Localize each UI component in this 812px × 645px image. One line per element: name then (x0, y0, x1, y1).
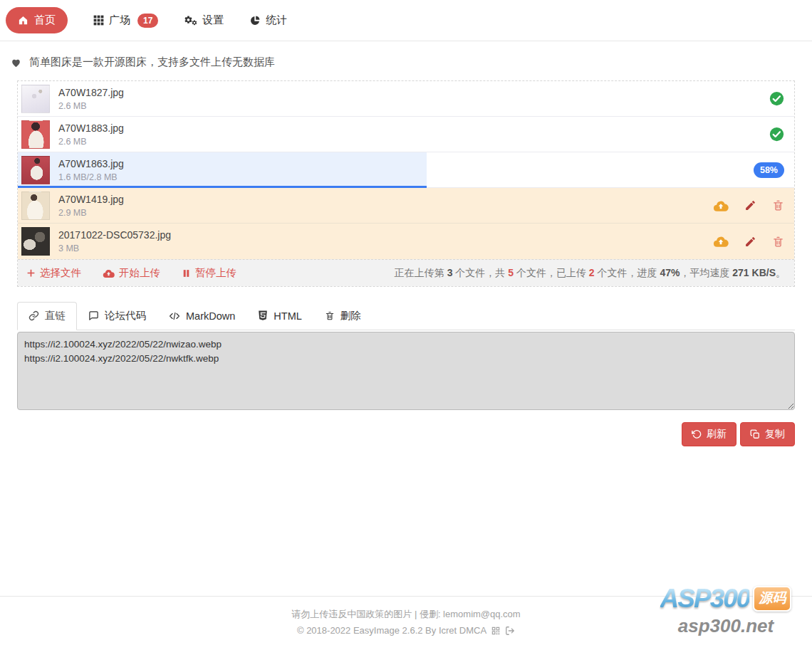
output-tabs: 直链 论坛代码 MarkDown HTML 删除 (17, 302, 795, 330)
refresh-label: 刷新 (707, 428, 727, 441)
file-name: A70W1883.jpg (58, 122, 124, 135)
nav-settings-button[interactable]: 设置 (184, 14, 224, 27)
check-circle-icon (769, 91, 784, 106)
gears-icon (184, 15, 197, 26)
cloud-upload-icon (103, 268, 115, 278)
file-row-uploading: A70W1863.jpg 1.6 MB/2.8 MB 58% (18, 152, 794, 188)
trash-icon (772, 236, 784, 248)
file-name: A70W1419.jpg (58, 193, 124, 206)
code-icon (169, 311, 180, 321)
tab-forum-code-label: 论坛代码 (105, 309, 146, 322)
html5-icon (258, 310, 268, 321)
sign-out-icon[interactable] (505, 626, 515, 636)
comment-icon (88, 310, 99, 321)
refresh-button[interactable]: 刷新 (682, 422, 736, 446)
edit-file-button[interactable] (744, 236, 756, 248)
file-size: 2.9 MB (58, 207, 124, 219)
links-textarea[interactable]: https://i2.100024.xyz/2022/05/22/nwizao.… (17, 332, 795, 410)
link-icon (28, 310, 39, 321)
cloud-upload-icon (713, 235, 729, 248)
file-name: A70W1863.jpg (58, 157, 124, 170)
check-circle-icon (769, 127, 784, 142)
navbar: 首页 广场 17 设置 统计 (0, 0, 812, 41)
home-icon (18, 15, 28, 26)
file-row: A70W1827.jpg 2.6 MB (18, 81, 794, 117)
output-panel: https://i2.100024.xyz/2022/05/22/nwizao.… (17, 332, 795, 413)
pause-icon (182, 268, 191, 278)
upload-status-text: 正在上传第 3 个文件，共 5 个文件，已上传 2 个文件，进度 47%，平均速… (395, 267, 786, 280)
nav-home-label: 首页 (34, 14, 56, 27)
file-thumbnail (21, 85, 50, 113)
status-progress: 47% (660, 267, 680, 278)
file-row: A70W1883.jpg 2.6 MB (18, 117, 794, 152)
refresh-icon (692, 429, 702, 439)
trash-icon (772, 199, 784, 211)
trash-icon (325, 310, 335, 321)
footer-copyright: © 2018-2022 EasyImage 2.6.2 By Icret DMC… (297, 625, 486, 636)
copy-button[interactable]: 复制 (740, 422, 795, 446)
output-actions: 刷新 复制 (17, 422, 795, 446)
pie-chart-icon (249, 15, 261, 26)
status-done-files: 2 (589, 267, 595, 278)
nav-stats-label: 统计 (266, 14, 287, 27)
file-size: 2.6 MB (58, 100, 124, 112)
choose-files-label: 选择文件 (40, 266, 81, 280)
tab-direct-link[interactable]: 直链 (17, 302, 77, 330)
start-upload-button[interactable]: 开始上传 (103, 266, 160, 280)
file-name: 20171022-DSC05732.jpg (58, 229, 171, 241)
copy-icon (750, 429, 760, 439)
copy-label: 复制 (765, 428, 785, 441)
tab-html-label: HTML (274, 310, 301, 322)
pause-upload-button[interactable]: 暂停上传 (182, 266, 236, 280)
pencil-icon (744, 199, 756, 211)
choose-files-button[interactable]: 选择文件 (26, 266, 81, 280)
uploader-toolbar: 选择文件 开始上传 暂停上传 正在上传第 3 个文件，共 5 个文件，已上传 2… (18, 259, 794, 286)
status-speed: 271 KB/S (732, 267, 776, 278)
file-row-pending: A70W1419.jpg 2.9 MB (18, 188, 794, 224)
tab-delete-label: 删除 (340, 309, 361, 322)
edit-file-button[interactable] (744, 199, 756, 211)
start-upload-label: 开始上传 (119, 266, 160, 280)
file-name: A70W1827.jpg (58, 86, 124, 99)
intro-line: 简单图床是一款开源图床，支持多文件上传无数据库 (10, 56, 812, 69)
nav-home-button[interactable]: 首页 (6, 7, 68, 33)
grid-icon (93, 15, 104, 26)
qrcode-icon[interactable] (491, 626, 501, 636)
nav-stats-button[interactable]: 统计 (249, 14, 287, 27)
cloud-upload-icon (713, 199, 729, 212)
file-size: 1.6 MB/2.8 MB (58, 172, 124, 183)
file-row-pending: 20171022-DSC05732.jpg 3 MB (18, 224, 794, 259)
plus-icon (26, 268, 36, 278)
upload-file-button[interactable] (713, 199, 729, 212)
file-size: 2.6 MB (58, 136, 124, 147)
tab-html[interactable]: HTML (246, 302, 313, 330)
tab-forum-code[interactable]: 论坛代码 (77, 302, 157, 330)
upload-list: A70W1827.jpg 2.6 MB A70W1883.jpg 2.6 MB … (17, 80, 795, 287)
pencil-icon (744, 236, 756, 248)
file-thumbnail (21, 120, 50, 149)
tab-markdown-label: MarkDown (186, 310, 235, 322)
upload-file-button[interactable] (713, 235, 729, 248)
page-footer: 请勿上传违反中国政策的图片 | 侵删: lemomim@qq.com © 201… (0, 596, 812, 636)
nav-plaza-label: 广场 (109, 14, 130, 27)
delete-file-button[interactable] (772, 199, 784, 211)
file-size: 3 MB (58, 243, 171, 254)
file-thumbnail (21, 227, 50, 256)
tab-direct-link-label: 直链 (45, 309, 66, 322)
footer-policy-line: 请勿上传违反中国政策的图片 | 侵删: lemomim@qq.com (0, 608, 812, 621)
delete-file-button[interactable] (772, 236, 784, 248)
heart-icon (10, 57, 22, 68)
file-thumbnail (21, 192, 50, 220)
pause-upload-label: 暂停上传 (195, 266, 236, 280)
plaza-count-badge: 17 (137, 14, 158, 28)
nav-settings-label: 设置 (202, 14, 224, 27)
file-thumbnail (21, 156, 50, 184)
tab-delete[interactable]: 删除 (313, 302, 373, 330)
nav-plaza-button[interactable]: 广场 17 (93, 14, 158, 28)
progress-badge: 58% (754, 162, 784, 178)
tab-markdown[interactable]: MarkDown (157, 302, 246, 330)
status-total-files: 5 (508, 267, 514, 278)
intro-text: 简单图床是一款开源图床，支持多文件上传无数据库 (29, 56, 275, 69)
